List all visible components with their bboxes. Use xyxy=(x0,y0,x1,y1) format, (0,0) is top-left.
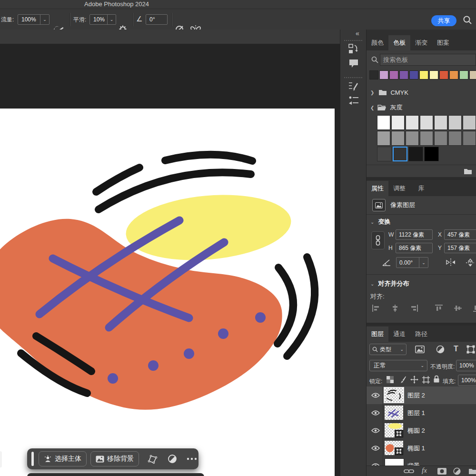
swatch[interactable] xyxy=(429,70,438,79)
swatch[interactable] xyxy=(409,70,418,79)
chevron-down-icon[interactable]: ⌄ xyxy=(107,15,116,24)
layer-thumbnail[interactable] xyxy=(385,458,404,466)
tab-swatches[interactable]: 色板 xyxy=(388,35,410,50)
swatch[interactable] xyxy=(434,131,447,146)
swatch[interactable] xyxy=(420,131,433,146)
adjustment-halfcircle-icon[interactable] xyxy=(168,454,177,464)
brush-angle-input[interactable]: 0° xyxy=(146,14,168,25)
y-field[interactable]: 157 像素 xyxy=(444,243,476,253)
tab-patterns[interactable]: 图案 xyxy=(432,35,454,50)
layer-row[interactable]: 图层 1 xyxy=(367,404,476,422)
align-middle-vertical-icon[interactable] xyxy=(454,305,462,312)
swatch[interactable] xyxy=(419,70,428,79)
visibility-eye-icon[interactable] xyxy=(371,446,380,451)
filter-type-layers-icon[interactable]: T xyxy=(454,345,458,353)
layer-name[interactable]: 图层 1 xyxy=(407,409,425,417)
layer-mask-icon[interactable] xyxy=(437,467,447,475)
link-dimensions-button[interactable] xyxy=(371,231,385,249)
tab-adjustments[interactable]: 调整 xyxy=(388,181,410,196)
fill-field[interactable]: 100% xyxy=(458,375,476,386)
swatch[interactable] xyxy=(463,115,476,130)
swatch[interactable] xyxy=(469,70,476,79)
swatch[interactable] xyxy=(448,115,462,130)
comments-panel-icon[interactable] xyxy=(348,58,359,69)
adjustment-layer-icon[interactable] xyxy=(453,467,461,475)
transform-quad-icon[interactable] xyxy=(147,454,158,464)
align-center-horizontal-icon[interactable] xyxy=(391,305,399,312)
document-canvas[interactable] xyxy=(0,109,335,476)
layer-row[interactable]: 背景 xyxy=(367,457,476,466)
swatch-search-input[interactable]: 搜索色板 xyxy=(380,54,476,66)
swatch[interactable] xyxy=(449,70,458,79)
swatch[interactable] xyxy=(369,70,378,79)
swatch[interactable] xyxy=(420,115,433,130)
layer-row[interactable]: 椭圆 1 xyxy=(367,439,476,457)
new-group-folder-icon[interactable] xyxy=(464,168,472,175)
swatch[interactable] xyxy=(448,131,462,146)
swatch[interactable] xyxy=(459,70,468,79)
align-top-icon[interactable] xyxy=(435,305,443,312)
select-subject-button[interactable]: 选择主体 xyxy=(39,451,87,466)
align-bottom-icon[interactable] xyxy=(473,305,476,312)
visibility-eye-icon[interactable] xyxy=(371,428,380,433)
layer-thumbnail[interactable] xyxy=(385,441,403,455)
share-button[interactable]: 共享 xyxy=(431,15,456,26)
chevron-down-icon[interactable]: ❮ xyxy=(370,105,374,110)
rotate-angle-combo[interactable]: 0.00° ⌄ xyxy=(396,257,428,268)
visibility-eye-icon[interactable] xyxy=(371,410,380,416)
link-layers-icon[interactable] xyxy=(404,468,414,474)
history-panel-icon[interactable] xyxy=(348,44,359,54)
swatch[interactable] xyxy=(379,70,388,79)
taskbar-drag-handle[interactable] xyxy=(31,452,34,466)
align-section-header[interactable]: ⌄ 对齐并分布 xyxy=(370,279,409,288)
layer-row[interactable]: 椭圆 2 xyxy=(367,422,476,440)
transform-section-header[interactable]: ⌄ 变换 xyxy=(370,217,390,227)
swatch[interactable] xyxy=(434,115,447,130)
w-field[interactable]: 1122 像素 xyxy=(396,229,433,240)
tab-layers[interactable]: 图层 xyxy=(367,327,388,342)
smooth-combo[interactable]: 10% ⌄ xyxy=(89,14,116,25)
blend-mode-combo[interactable]: 正常 ⌄ xyxy=(369,360,427,371)
tab-color[interactable]: 颜色 xyxy=(367,35,388,50)
swatch[interactable] xyxy=(439,70,448,79)
lock-position-move-icon[interactable] xyxy=(410,376,418,384)
lock-artboard-icon[interactable] xyxy=(422,376,430,384)
h-field[interactable]: 865 像素 xyxy=(396,243,433,253)
layer-filter-combo[interactable]: 类型 ⌄ xyxy=(369,344,407,355)
align-left-icon[interactable] xyxy=(372,305,380,312)
tab-libraries[interactable]: 库 xyxy=(410,181,432,196)
swatch[interactable] xyxy=(389,70,398,79)
chevron-down-icon[interactable]: ⌄ xyxy=(419,258,428,268)
chevron-right-icon[interactable]: ❯ xyxy=(370,90,374,95)
flip-vertical-icon[interactable] xyxy=(466,258,475,268)
align-right-icon[interactable] xyxy=(410,305,418,312)
tab-paths[interactable]: 路径 xyxy=(410,327,432,342)
layer-row-selected[interactable]: 图层 2 xyxy=(367,387,476,405)
layer-name[interactable]: 图层 2 xyxy=(407,391,425,400)
swatch[interactable] xyxy=(391,115,405,130)
swatch[interactable] xyxy=(377,131,390,146)
layer-name[interactable]: 椭圆 2 xyxy=(407,426,425,435)
brush-settings-panel-icon[interactable] xyxy=(348,81,359,91)
swatch[interactable] xyxy=(391,131,405,146)
swatch[interactable] xyxy=(377,115,390,130)
collapse-panels-button[interactable]: « xyxy=(356,30,359,37)
layer-name[interactable]: 椭圆 1 xyxy=(407,444,425,453)
x-field[interactable]: 457 像素 xyxy=(444,229,476,240)
new-group-folder-icon[interactable] xyxy=(468,468,476,475)
swatch[interactable] xyxy=(424,147,439,161)
chevron-down-icon[interactable]: ⌄ xyxy=(40,15,49,24)
swatch[interactable] xyxy=(408,147,423,161)
filter-shape-layers-icon[interactable] xyxy=(466,345,475,354)
flip-horizontal-icon[interactable] xyxy=(446,258,456,267)
swatch-group-cmyk[interactable]: ❯ CMYK xyxy=(370,87,408,98)
swatch[interactable] xyxy=(399,70,408,79)
tab-gradients[interactable]: 渐变 xyxy=(410,35,432,50)
layer-thumbnail[interactable] xyxy=(385,388,403,402)
tab-properties[interactable]: 属性 xyxy=(367,181,388,196)
lock-all-padlock-icon[interactable] xyxy=(433,375,440,383)
opacity-field[interactable]: 100% xyxy=(456,360,476,371)
remove-background-button[interactable]: 移除背景 xyxy=(90,451,139,466)
layer-effects-fx-icon[interactable]: fx xyxy=(422,466,427,475)
swatch[interactable] xyxy=(406,131,419,146)
